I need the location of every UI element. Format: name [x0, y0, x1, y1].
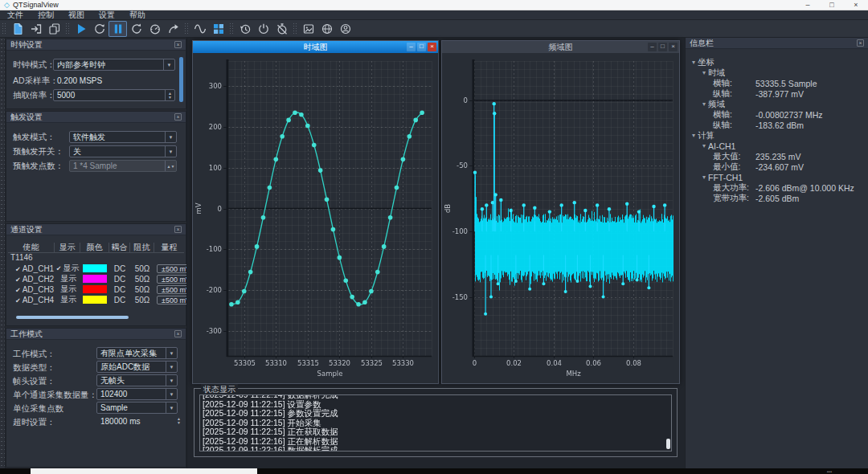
channel-row[interactable]: ✔AD_CH4显示DC50Ω±500 mV: [8, 294, 184, 304]
dock-handle[interactable]: [0, 38, 6, 468]
minimize-icon[interactable]: –: [407, 43, 416, 51]
panel-title: 工作模式: [10, 329, 43, 340]
user-account-icon[interactable]: [336, 21, 354, 37]
minimize-icon[interactable]: –: [648, 43, 657, 51]
channel-display-checkbox[interactable]: ✔显示: [55, 263, 80, 274]
channel-enable-checkbox[interactable]: ✔AD_CH4: [8, 296, 55, 304]
tree-expand-icon[interactable]: ▾: [702, 174, 706, 181]
power-icon[interactable]: [254, 21, 272, 37]
restore-icon[interactable]: □: [820, 0, 844, 10]
channel-enable-checkbox[interactable]: ✔AD_CH3: [8, 285, 55, 294]
chevron-down-icon: ▼: [166, 362, 177, 372]
channel-coupling[interactable]: DC: [109, 264, 130, 273]
trigger-mode-select[interactable]: 软件触发▼: [69, 131, 177, 143]
close-icon[interactable]: ×: [174, 330, 182, 337]
pause-icon[interactable]: [108, 21, 127, 37]
menu-file[interactable]: 文件: [0, 10, 31, 20]
channel-group-row[interactable]: T1146: [8, 253, 184, 263]
history-icon[interactable]: [235, 21, 254, 37]
info-tree-node[interactable]: ▾AI-CH1: [686, 141, 868, 151]
channel-color-swatch[interactable]: [80, 275, 109, 283]
info-tree-node[interactable]: ▾时域: [686, 67, 868, 78]
decimation-spinner[interactable]: 5000▲▼: [53, 89, 175, 101]
taskbar-tray-icons[interactable]: •••: [827, 469, 832, 474]
minimize-icon[interactable]: –: [796, 0, 820, 10]
restore-icon[interactable]: □: [417, 43, 426, 51]
image-export-icon[interactable]: [299, 21, 317, 37]
channel-enable-checkbox[interactable]: ✔AD_CH1: [8, 264, 55, 273]
info-tree-node[interactable]: ▾FFT-CH1: [686, 172, 868, 182]
restore-icon[interactable]: □: [658, 43, 667, 51]
menu-settings[interactable]: 设置: [92, 10, 122, 20]
close-icon[interactable]: ×: [669, 43, 678, 51]
clock-mode-select[interactable]: 内部参考时钟▼: [53, 59, 175, 71]
tree-expand-icon[interactable]: ▾: [702, 69, 706, 76]
info-tree-node[interactable]: ▾频域: [686, 99, 868, 109]
freq-domain-titlebar[interactable]: 频域图 – □ ×: [442, 41, 679, 53]
menu-help[interactable]: 帮助: [122, 10, 153, 20]
workmode-select[interactable]: 无帧头▼: [96, 374, 178, 386]
menu-control[interactable]: 控制: [31, 10, 61, 20]
channel-enable-checkbox[interactable]: ✔AD_CH2: [8, 275, 55, 284]
import-data-icon[interactable]: [27, 21, 45, 37]
close-icon[interactable]: ×: [428, 43, 436, 51]
channel-row[interactable]: ✔AD_CH2显示DC50Ω±500 mV: [8, 273, 184, 284]
refresh-icon[interactable]: [127, 21, 145, 37]
channel-display-checkbox[interactable]: 显示: [55, 294, 80, 305]
channel-color-swatch[interactable]: [80, 296, 109, 304]
channel-display-checkbox[interactable]: 显示: [55, 284, 80, 295]
taskbar-search-box[interactable]: [31, 468, 257, 474]
info-value: 53335.5 Sample: [755, 79, 817, 88]
channel-impedance[interactable]: 50Ω: [130, 275, 154, 284]
menu-view[interactable]: 视图: [61, 10, 92, 20]
channel-panel-hscrollbar[interactable]: [16, 316, 129, 319]
close-icon[interactable]: ×: [857, 39, 864, 47]
tree-expand-icon[interactable]: ▾: [692, 132, 695, 139]
tree-expand-icon[interactable]: ▾: [692, 59, 695, 66]
info-tree-node[interactable]: ▾坐标: [686, 57, 868, 67]
status-log[interactable]: [2025-12-09 11:22:14] 数据解析完成[2025-12-09 …: [199, 394, 672, 452]
info-tree-node[interactable]: ▾计算: [686, 130, 868, 141]
new-file-icon[interactable]: [8, 21, 27, 37]
forward-icon[interactable]: [164, 21, 182, 37]
gauge-icon[interactable]: [145, 21, 164, 37]
channel-impedance[interactable]: 50Ω: [130, 264, 154, 273]
tree-expand-icon[interactable]: ▾: [702, 100, 706, 108]
channel-color-swatch[interactable]: [80, 264, 109, 272]
channel-coupling[interactable]: DC: [109, 285, 130, 294]
workmode-label: 数据类型：: [13, 362, 55, 374]
workmode-select[interactable]: 102400▼: [96, 388, 178, 400]
spin-arrows-icon[interactable]: ▲▼: [177, 417, 181, 425]
time-domain-titlebar[interactable]: 时域图 – □ ×: [193, 41, 438, 53]
channel-row[interactable]: ✔AD_CH1✔显示DC50Ω±500 mV: [8, 263, 184, 273]
pretrigger-switch-select[interactable]: 关▼: [69, 145, 177, 157]
play-icon[interactable]: [72, 21, 90, 37]
channel-impedance[interactable]: 50Ω: [130, 296, 154, 304]
channel-impedance[interactable]: 50Ω: [130, 285, 154, 294]
channel-color-swatch[interactable]: [80, 285, 109, 293]
channel-coupling[interactable]: DC: [109, 275, 130, 284]
layout-grid-icon[interactable]: [209, 21, 227, 37]
close-icon[interactable]: ×: [174, 41, 182, 48]
sync-pages-icon[interactable]: [45, 21, 63, 37]
info-value-row: 纵轴:-387.977 mV: [686, 88, 868, 99]
network-globe-icon[interactable]: [317, 21, 336, 37]
channel-display-checkbox[interactable]: 显示: [55, 273, 80, 284]
waveform-icon[interactable]: [190, 21, 209, 37]
clock-panel-scrollbar[interactable]: [179, 57, 183, 102]
workmode-select[interactable]: 有限点单次采集▼: [96, 347, 178, 359]
tree-expand-icon[interactable]: ▾: [702, 142, 706, 149]
loop-icon[interactable]: [90, 21, 108, 37]
close-icon[interactable]: ×: [844, 0, 868, 10]
time-domain-chart[interactable]: [193, 53, 438, 383]
channel-coupling[interactable]: DC: [109, 296, 130, 304]
freq-domain-chart[interactable]: [442, 53, 679, 383]
channel-row[interactable]: ✔AD_CH3显示DC50Ω±500 mV: [8, 284, 184, 294]
close-icon[interactable]: ×: [174, 113, 182, 121]
log-scrollbar[interactable]: [666, 439, 670, 449]
timer-off-icon[interactable]: [272, 21, 291, 37]
spin-arrows-icon[interactable]: ▲▼: [165, 90, 174, 100]
workmode-select[interactable]: 原始ADC数据▼: [96, 361, 178, 373]
close-icon[interactable]: ×: [174, 226, 182, 233]
workmode-select[interactable]: Sample▼: [96, 402, 178, 414]
